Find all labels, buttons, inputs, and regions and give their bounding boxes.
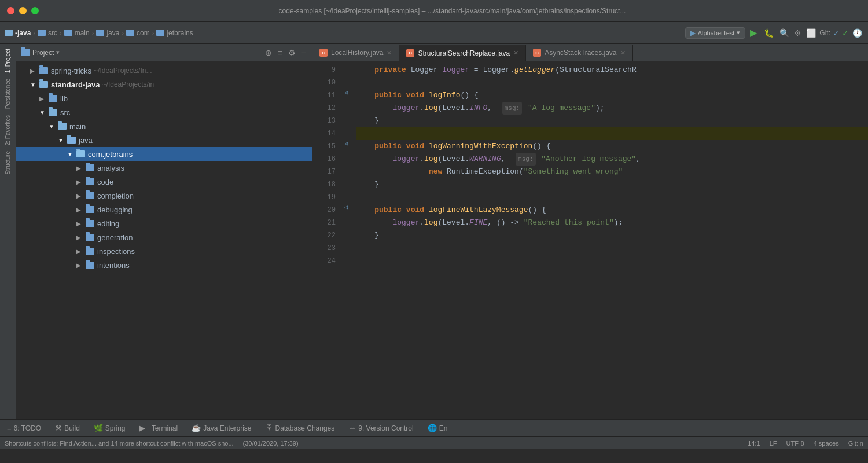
navbar: -java › src › main › java › com › jetbra… (0, 22, 868, 44)
bottom-tab-label: En (439, 424, 448, 432)
tree-node-main[interactable]: ▼ main (16, 119, 312, 133)
tree-node-analysis[interactable]: ▶ analysis (16, 161, 312, 175)
code-line-14 (356, 127, 868, 140)
folder-icon (126, 30, 134, 36)
folder-icon (86, 178, 94, 185)
bottom-tab-spring[interactable]: 🌿 Spring (91, 422, 128, 433)
line-ending[interactable]: LF (770, 440, 777, 447)
indent[interactable]: 4 spaces (814, 440, 839, 447)
folder-icon (64, 30, 72, 36)
tree-node-standard-java[interactable]: ▼ standard-java ~/IdeaProjects/in (16, 78, 312, 91)
folder-icon (96, 30, 104, 36)
tree-node-lib[interactable]: ▶ lib (16, 91, 312, 105)
node-label: code (97, 178, 113, 186)
close-button[interactable] (7, 7, 14, 14)
maximize-button[interactable] (31, 7, 39, 14)
git-push-icon[interactable]: ✓ (842, 28, 849, 38)
sidebar-item-persistence[interactable]: Persistence (3, 76, 12, 111)
node-label: standard-java (51, 80, 100, 89)
bottom-tab-label: 6: TODO (14, 424, 42, 432)
bottom-tab-java-enterprise[interactable]: ☕ Java Enterprise (189, 422, 253, 433)
code-area[interactable]: private Logger logger = Logger.getLogger… (352, 61, 868, 419)
todo-icon: ≡ (7, 424, 12, 432)
tree-node-intentions[interactable]: ▶ intentions (16, 258, 312, 272)
profile-button[interactable]: ⚙ (793, 27, 803, 39)
tree-node-spring-tricks[interactable]: ▶ spring-tricks ~/IdeaProjects/In... (16, 64, 312, 78)
tab-local-history[interactable]: C LocalHistory.java ✕ (312, 45, 399, 61)
code-line-11: public void logInfo() { (356, 89, 868, 102)
cursor-position[interactable]: 14:1 (748, 440, 760, 447)
folder-icon (86, 262, 94, 269)
folder-icon (38, 30, 46, 36)
code-line-13: } (356, 115, 868, 127)
main-area: 1: Project Persistence 2: Favorites Stru… (0, 44, 868, 419)
coverage-button[interactable]: 🔍 (778, 27, 790, 39)
folder-icon (86, 206, 94, 213)
tree-node-completion[interactable]: ▶ completion (16, 189, 312, 203)
sidebar-item-project[interactable]: 1: Project (3, 46, 12, 75)
node-label: com.jetbrains (88, 150, 133, 159)
tab-close-button[interactable]: ✕ (620, 49, 626, 57)
gutter: ◁ ◁ ◁ (340, 61, 352, 419)
bottom-tab-en[interactable]: 🌐 En (425, 422, 450, 433)
git-pull-icon[interactable]: ✓ (833, 28, 840, 38)
breadcrumb-java-folder[interactable]: java (96, 29, 119, 37)
node-label: generation (97, 233, 133, 242)
node-path: ~/IdeaProjects/In... (94, 67, 152, 75)
minimize-button[interactable] (19, 7, 27, 14)
tree-node-java[interactable]: ▼ java (16, 133, 312, 147)
folder-icon-open (39, 81, 48, 88)
project-tree: ▶ spring-tricks ~/IdeaProjects/In... ▼ s… (16, 61, 312, 419)
run-config-selector[interactable]: ▶ AlphabetTest ▾ (685, 27, 746, 39)
bottom-tab-version-control[interactable]: ↔ 9: Version Control (346, 422, 415, 433)
java-file-icon: C (406, 49, 414, 57)
settings-icon[interactable]: ⚙ (287, 47, 297, 58)
breadcrumb-java[interactable]: -java (5, 29, 31, 37)
bottom-tab-build[interactable]: ⚒ Build (53, 422, 82, 433)
bottom-tab-terminal[interactable]: ▶_ Terminal (137, 422, 181, 433)
tree-node-inspections[interactable]: ▶ inspections (16, 244, 312, 258)
node-label: completion (97, 192, 134, 200)
stop-button[interactable]: ⬜ (805, 27, 817, 39)
bottom-tab-label: 9: Version Control (358, 424, 413, 432)
locate-icon[interactable]: ⊕ (264, 47, 273, 58)
node-label: lib (60, 94, 68, 103)
breadcrumb-com[interactable]: com (126, 29, 150, 37)
bottom-tab-todo[interactable]: ≡ 6: TODO (5, 422, 43, 433)
bottom-tab-label: Terminal (152, 424, 178, 432)
tree-node-code[interactable]: ▶ code (16, 175, 312, 189)
run-config-label: AlphabetTest (698, 30, 735, 36)
bottom-tab-database-changes[interactable]: 🗄 Database Changes (263, 422, 337, 433)
git-label: Git: (819, 29, 830, 37)
encoding[interactable]: UTF-8 (786, 440, 804, 447)
bottom-toolbar: ≡ 6: TODO ⚒ Build 🌿 Spring ▶_ Terminal ☕… (0, 419, 868, 436)
tab-close-button[interactable]: ✕ (513, 49, 518, 57)
node-label: spring-tricks (51, 67, 91, 75)
breadcrumb-src[interactable]: src (38, 29, 57, 37)
code-line-24 (356, 255, 868, 267)
breadcrumb-jetbrains[interactable]: jetbrains (156, 29, 193, 37)
options-icon[interactable]: ≡ (277, 47, 284, 58)
git-status[interactable]: Git: n (848, 440, 863, 447)
collapse-icon[interactable]: − (300, 47, 307, 58)
project-panel: Project ▾ ⊕ ≡ ⚙ − ▶ spring-tricks ~/Idea… (16, 44, 312, 419)
tab-close-button[interactable]: ✕ (387, 49, 392, 57)
tree-node-generation[interactable]: ▶ generation (16, 230, 312, 244)
bottom-tab-label: Java Enterprise (203, 424, 251, 432)
node-label: editing (97, 219, 119, 228)
breadcrumb-main[interactable]: main (64, 29, 90, 37)
tree-node-src[interactable]: ▼ src (16, 105, 312, 119)
tree-node-debugging[interactable]: ▶ debugging (16, 203, 312, 216)
tab-async-stack[interactable]: C AsyncStackTraces.java ✕ (526, 45, 632, 61)
tree-node-com-jetbrains[interactable]: ▼ com.jetbrains (16, 147, 312, 161)
line-numbers: 9 10 11 12 13 14 15 16 17 18 19 20 21 22… (312, 61, 340, 419)
folder-icon-open (58, 123, 67, 130)
run-button[interactable]: ▶ (748, 27, 759, 38)
git-clock-icon[interactable]: 🕐 (851, 27, 863, 39)
sidebar-item-structure[interactable]: Structure (3, 149, 12, 177)
tab-structural-search[interactable]: C StructuralSearchReplace.java ✕ (399, 45, 526, 61)
tree-node-editing[interactable]: ▶ editing (16, 216, 312, 230)
sidebar-item-favorites[interactable]: 2: Favorites (3, 113, 12, 148)
dropdown-arrow[interactable]: ▾ (56, 49, 60, 56)
debug-button[interactable]: 🐛 (762, 28, 776, 38)
